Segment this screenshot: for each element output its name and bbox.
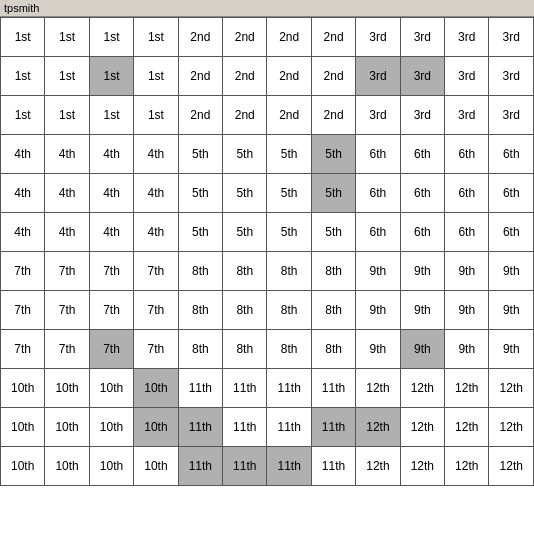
table-cell: 8th <box>267 291 311 330</box>
table-cell: 11th <box>267 408 311 447</box>
table-cell: 8th <box>267 330 311 369</box>
table-cell: 12th <box>400 369 444 408</box>
table-cell: 5th <box>267 135 311 174</box>
table-cell: 7th <box>134 330 178 369</box>
table-cell: 8th <box>178 330 222 369</box>
table-cell: 11th <box>223 408 267 447</box>
table-cell: 2nd <box>267 18 311 57</box>
table-cell: 5th <box>223 135 267 174</box>
table-cell: 4th <box>89 174 133 213</box>
table-cell: 8th <box>223 252 267 291</box>
table-cell: 11th <box>178 408 222 447</box>
table-cell: 11th <box>311 369 355 408</box>
table-cell: 11th <box>223 369 267 408</box>
table-cell: 3rd <box>445 18 489 57</box>
table-cell: 4th <box>134 213 178 252</box>
table-cell: 1st <box>1 96 45 135</box>
table-cell: 2nd <box>267 57 311 96</box>
grid-table: 1st1st1st1st2nd2nd2nd2nd3rd3rd3rd3rd1st1… <box>0 17 534 486</box>
table-cell: 9th <box>445 252 489 291</box>
table-cell: 5th <box>267 174 311 213</box>
table-cell: 8th <box>223 291 267 330</box>
table-cell: 9th <box>489 330 534 369</box>
table-cell: 7th <box>89 291 133 330</box>
table-cell: 12th <box>489 447 534 486</box>
table-cell: 12th <box>445 447 489 486</box>
table-cell: 1st <box>1 18 45 57</box>
table-cell: 11th <box>311 447 355 486</box>
table-cell: 1st <box>45 96 89 135</box>
table-cell: 2nd <box>178 18 222 57</box>
table-cell: 6th <box>356 213 400 252</box>
table-cell: 11th <box>223 447 267 486</box>
table-cell: 5th <box>311 135 355 174</box>
table-cell: 5th <box>178 135 222 174</box>
table-cell: 3rd <box>400 18 444 57</box>
table-cell: 4th <box>45 174 89 213</box>
table-cell: 8th <box>311 252 355 291</box>
table-cell: 10th <box>134 447 178 486</box>
table-cell: 1st <box>134 96 178 135</box>
table-cell: 9th <box>400 330 444 369</box>
table-cell: 4th <box>1 213 45 252</box>
table-cell: 6th <box>400 135 444 174</box>
table-cell: 12th <box>356 408 400 447</box>
table-cell: 12th <box>400 447 444 486</box>
table-cell: 7th <box>1 330 45 369</box>
table-cell: 7th <box>45 252 89 291</box>
table-cell: 7th <box>89 252 133 291</box>
table-cell: 10th <box>45 447 89 486</box>
table-cell: 5th <box>267 213 311 252</box>
table-cell: 12th <box>445 408 489 447</box>
table-cell: 8th <box>311 330 355 369</box>
table-cell: 7th <box>1 252 45 291</box>
table-cell: 8th <box>178 252 222 291</box>
table-cell: 1st <box>134 57 178 96</box>
table-cell: 6th <box>445 174 489 213</box>
table-cell: 3rd <box>400 96 444 135</box>
table-cell: 6th <box>489 135 534 174</box>
table-cell: 10th <box>134 369 178 408</box>
table-cell: 5th <box>178 213 222 252</box>
table-cell: 2nd <box>311 18 355 57</box>
table-cell: 4th <box>45 213 89 252</box>
table-cell: 7th <box>1 291 45 330</box>
table-cell: 2nd <box>178 96 222 135</box>
table-cell: 3rd <box>356 96 400 135</box>
table-cell: 3rd <box>356 57 400 96</box>
table-cell: 2nd <box>223 18 267 57</box>
table-cell: 10th <box>45 369 89 408</box>
table-cell: 6th <box>489 213 534 252</box>
table-cell: 5th <box>178 174 222 213</box>
table-cell: 2nd <box>223 57 267 96</box>
table-cell: 4th <box>1 174 45 213</box>
table-cell: 3rd <box>445 57 489 96</box>
table-cell: 4th <box>134 135 178 174</box>
table-cell: 4th <box>89 213 133 252</box>
table-cell: 6th <box>400 174 444 213</box>
table-cell: 5th <box>223 174 267 213</box>
grid-container: 1st1st1st1st2nd2nd2nd2nd3rd3rd3rd3rd1st1… <box>0 17 534 486</box>
table-cell: 1st <box>45 18 89 57</box>
table-cell: 3rd <box>489 18 534 57</box>
table-cell: 1st <box>89 18 133 57</box>
table-cell: 4th <box>134 174 178 213</box>
table-cell: 11th <box>178 369 222 408</box>
table-cell: 7th <box>45 291 89 330</box>
table-cell: 8th <box>178 291 222 330</box>
table-cell: 7th <box>45 330 89 369</box>
table-cell: 10th <box>1 447 45 486</box>
table-cell: 2nd <box>223 96 267 135</box>
table-cell: 12th <box>489 369 534 408</box>
table-cell: 6th <box>445 213 489 252</box>
table-cell: 4th <box>45 135 89 174</box>
table-cell: 10th <box>89 369 133 408</box>
table-cell: 9th <box>445 330 489 369</box>
table-cell: 10th <box>1 408 45 447</box>
table-cell: 3rd <box>356 18 400 57</box>
table-cell: 9th <box>445 291 489 330</box>
table-cell: 1st <box>89 96 133 135</box>
table-cell: 11th <box>311 408 355 447</box>
table-cell: 4th <box>89 135 133 174</box>
table-cell: 12th <box>356 447 400 486</box>
